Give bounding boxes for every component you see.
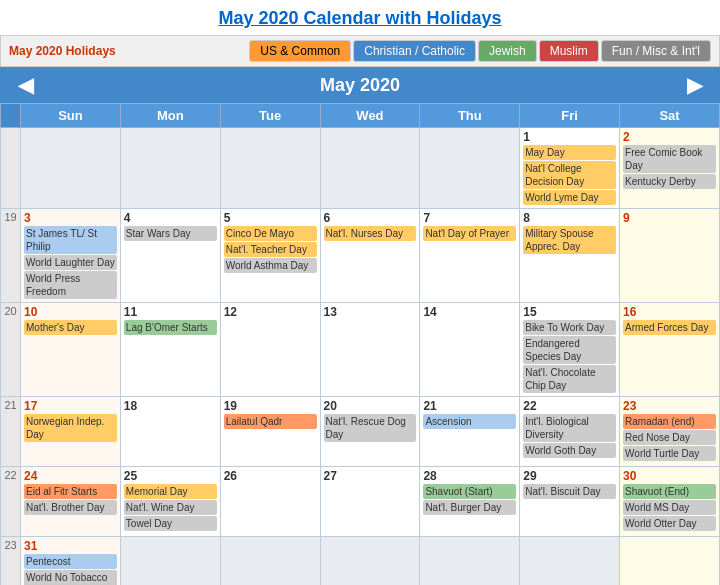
table-row: 20 10 Mother's Day 11 Lag B'Omer Starts … [1, 303, 720, 397]
header-sun: Sun [21, 104, 121, 128]
week-num: 21 [1, 397, 21, 467]
day-cell-24: 24 Eid al Fitr Starts Nat'l. Brother Day [21, 467, 121, 537]
event: Lag B'Omer Starts [124, 320, 217, 335]
event: Shavuot (Start) [423, 484, 516, 499]
event: World No Tobacco Day [24, 570, 117, 585]
day-cell-12: 12 [220, 303, 320, 397]
day-cell-28: 28 Shavuot (Start) Nat'l. Burger Day [420, 467, 520, 537]
event: Nat'l. Wine Day [124, 500, 217, 515]
table-row: 1 May Day Nat'l College Decision Day Wor… [1, 128, 720, 209]
week-num: 19 [1, 209, 21, 303]
event: Endangered Species Day [523, 336, 616, 364]
event: World Goth Day [523, 443, 616, 458]
table-row: 19 3 St James TL/ St Philip World Laught… [1, 209, 720, 303]
day-number: 27 [324, 469, 417, 483]
day-cell-2: 2 Free Comic Book Day Kentucky Derby [620, 128, 720, 209]
header-tue: Tue [220, 104, 320, 128]
week-num [1, 128, 21, 209]
week-num: 22 [1, 467, 21, 537]
event: World Laughter Day [24, 255, 117, 270]
day-number: 25 [124, 469, 217, 483]
event: Nat'l Day of Prayer [423, 226, 516, 241]
day-number: 10 [24, 305, 117, 319]
event: Nat'l. Nurses Day [324, 226, 417, 241]
event: Ascension [423, 414, 516, 429]
day-number: 1 [523, 130, 616, 144]
event: Memorial Day [124, 484, 217, 499]
day-number: 3 [24, 211, 117, 225]
day-cell-22: 22 Int'l. Biological Diversity World Got… [520, 397, 620, 467]
next-month-arrow[interactable]: ▶ [679, 73, 710, 97]
week-num: 20 [1, 303, 21, 397]
tab-us[interactable]: US & Common [249, 40, 351, 62]
day-number: 11 [124, 305, 217, 319]
event: Nat'l. Chocolate Chip Day [523, 365, 616, 393]
day-cell-17: 17 Norwegian Indep. Day [21, 397, 121, 467]
event: Eid al Fitr Starts [24, 484, 117, 499]
event: Ramadan (end) [623, 414, 716, 429]
day-number: 17 [24, 399, 117, 413]
event: Nat'l. Burger Day [423, 500, 516, 515]
day-cell-11: 11 Lag B'Omer Starts [120, 303, 220, 397]
table-row: 22 24 Eid al Fitr Starts Nat'l. Brother … [1, 467, 720, 537]
event: Mother's Day [24, 320, 117, 335]
day-number: 8 [523, 211, 616, 225]
tab-christian[interactable]: Christian / Catholic [353, 40, 476, 62]
day-cell-empty [520, 537, 620, 586]
day-cell-4: 4 Star Wars Day [120, 209, 220, 303]
week-num-header [1, 104, 21, 128]
event: Towel Day [124, 516, 217, 531]
day-cell-18: 18 [120, 397, 220, 467]
day-cell-empty [220, 537, 320, 586]
day-cell-empty [120, 537, 220, 586]
day-number: 28 [423, 469, 516, 483]
day-cell-empty [320, 128, 420, 209]
event: Nat'l. Rescue Dog Day [324, 414, 417, 442]
day-number: 6 [324, 211, 417, 225]
event: Int'l. Biological Diversity [523, 414, 616, 442]
tab-group: US & Common Christian / Catholic Jewish … [249, 40, 711, 62]
prev-month-arrow[interactable]: ◀ [10, 73, 41, 97]
day-number: 19 [224, 399, 317, 413]
event: St James TL/ St Philip [24, 226, 117, 254]
event: Red Nose Day [623, 430, 716, 445]
event: Norwegian Indep. Day [24, 414, 117, 442]
day-number: 30 [623, 469, 716, 483]
page-title: May 2020 Calendar with Holidays [0, 0, 720, 35]
event: Nat'l College Decision Day [523, 161, 616, 189]
week-num: 23 [1, 537, 21, 586]
table-row: 21 17 Norwegian Indep. Day 18 19 Lailatu… [1, 397, 720, 467]
day-cell-5: 5 Cinco De Mayo Nat'l. Teacher Day World… [220, 209, 320, 303]
day-number: 24 [24, 469, 117, 483]
holidays-label: May 2020 Holidays [9, 44, 116, 58]
day-number: 9 [623, 211, 716, 225]
day-cell-empty [320, 537, 420, 586]
day-cell-14: 14 [420, 303, 520, 397]
day-cell-19: 19 Lailatul Qadr [220, 397, 320, 467]
event: World Turtle Day [623, 446, 716, 461]
day-number: 14 [423, 305, 516, 319]
event: Military Spouse Apprec. Day [523, 226, 616, 254]
day-number: 5 [224, 211, 317, 225]
day-cell-30: 30 Shavuot (End) World MS Day World Otte… [620, 467, 720, 537]
calendar-nav: ◀ May 2020 ▶ [0, 67, 720, 103]
day-cell-3: 3 St James TL/ St Philip World Laughter … [21, 209, 121, 303]
day-cell-empty [220, 128, 320, 209]
event: Nat'l. Teacher Day [224, 242, 317, 257]
event: Cinco De Mayo [224, 226, 317, 241]
event: World Lyme Day [523, 190, 616, 205]
day-number: 15 [523, 305, 616, 319]
header-fri: Fri [520, 104, 620, 128]
event: World Asthma Day [224, 258, 317, 273]
tab-fun[interactable]: Fun / Misc & Int'l [601, 40, 711, 62]
header-wed: Wed [320, 104, 420, 128]
day-cell-empty [420, 537, 520, 586]
tab-muslim[interactable]: Muslim [539, 40, 599, 62]
tab-jewish[interactable]: Jewish [478, 40, 537, 62]
event: Nat'l. Biscuit Day [523, 484, 616, 499]
month-year-title: May 2020 [41, 75, 679, 96]
header-thu: Thu [420, 104, 520, 128]
day-number: 23 [623, 399, 716, 413]
header-mon: Mon [120, 104, 220, 128]
event: World MS Day [623, 500, 716, 515]
